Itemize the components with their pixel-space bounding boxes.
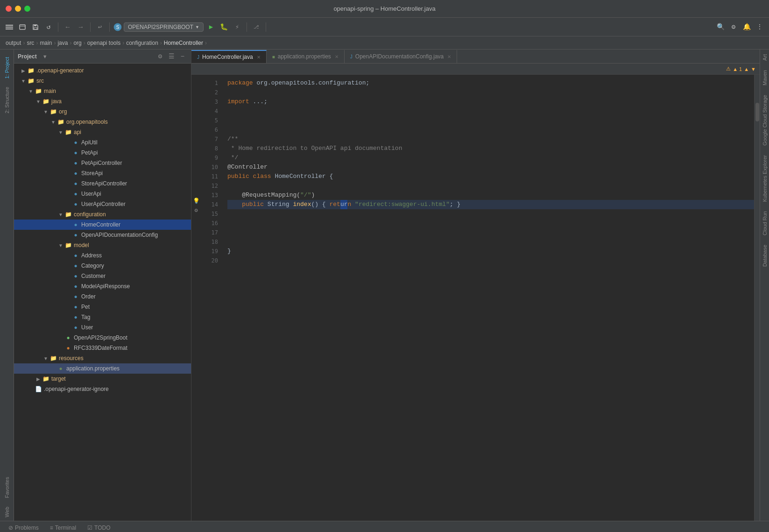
right-tab-maven[interactable]: Maven xyxy=(760,65,769,90)
settings-button[interactable]: ⚙ xyxy=(728,21,739,33)
code-content[interactable]: package org.openapitools.configuration; … xyxy=(222,75,754,521)
code-line-10: @Controller xyxy=(227,163,754,172)
tree-item-resources[interactable]: ▼ 📁 resources xyxy=(14,353,191,363)
nav-forward-button[interactable]: → xyxy=(75,21,86,33)
tree-item-rfc3339[interactable]: ▶ ● RFC3339DateFormat xyxy=(14,343,191,353)
tree-item-order[interactable]: ▶ ● Order xyxy=(14,291,191,302)
tree-item-address[interactable]: ▶ ● Address xyxy=(14,250,191,261)
svg-rect-0 xyxy=(6,25,13,26)
breadcrumb-configuration[interactable]: configuration xyxy=(126,40,158,46)
breadcrumb-openapitools[interactable]: openapi tools xyxy=(87,40,120,46)
sidebar-item-project[interactable]: 1: Project xyxy=(1,53,13,82)
refresh-button[interactable]: ↺ xyxy=(43,21,54,33)
tree-item-petapicontroller[interactable]: ▶ ● PetApiController xyxy=(14,158,191,168)
tree-item-target[interactable]: ▶ 📁 target xyxy=(14,374,191,384)
tree-item-openapidocconfig[interactable]: ▶ ● OpenAPIDocumentationConfig xyxy=(14,230,191,240)
tree-item-openapi-generator[interactable]: ▶ 📁 .openapi-generator xyxy=(14,65,191,76)
save-button[interactable] xyxy=(30,21,41,33)
tree-item-petapi[interactable]: ▶ ● PetApi xyxy=(14,148,191,158)
right-tab-gcs[interactable]: Google Cloud Storage xyxy=(760,90,769,150)
svg-rect-2 xyxy=(6,28,13,29)
tree-item-src[interactable]: ▼ 📁 src xyxy=(14,76,191,86)
tab-close-homecontroller[interactable]: ✕ xyxy=(257,55,261,60)
toolbar: ↺ ← → ↩ S OPENAPI2SPRINGBOOT ▼ ▶ 🐛 ⚡ ⎇ 🔍… xyxy=(0,18,769,36)
tree-item-homecontroller[interactable]: ▶ ● HomeController xyxy=(14,220,191,230)
bottom-tabs-bar: ⊘ Problems ≡ Terminal ☑ TODO xyxy=(0,521,769,532)
tab-close-openapidocconfig[interactable]: ✕ xyxy=(447,54,451,59)
tree-item-main[interactable]: ▼ 📁 main xyxy=(14,86,191,96)
tab-terminal[interactable]: ≡ Terminal xyxy=(45,522,81,532)
tree-item-application-properties[interactable]: ▶ ● application.properties xyxy=(14,363,191,374)
right-tab-art[interactable]: Art xyxy=(760,50,769,65)
tree-item-storeapicontroller[interactable]: ▶ ● StoreApiController xyxy=(14,178,191,189)
debug-button[interactable]: 🐛 xyxy=(219,21,230,33)
breadcrumb-main[interactable]: main xyxy=(40,40,52,46)
right-tab-database[interactable]: Database xyxy=(760,240,769,271)
tree-item-model[interactable]: ▼ 📁 model xyxy=(14,240,191,250)
sidebar-item-structure[interactable]: 2: Structure xyxy=(1,83,13,117)
menu-button[interactable] xyxy=(4,21,15,33)
tree-item-apiutil[interactable]: ▶ ● ApiUtil xyxy=(14,137,191,148)
tree-item-storeapi[interactable]: ▶ ● StoreApi xyxy=(14,168,191,178)
code-line-3: import ...; xyxy=(227,97,754,106)
tab-homecontroller[interactable]: J HomeController.java ✕ xyxy=(191,50,267,63)
sidebar-item-web[interactable]: Web xyxy=(1,503,13,521)
tab-close-appprops[interactable]: ✕ xyxy=(335,54,339,59)
tab-application-properties[interactable]: ■ application.properties ✕ xyxy=(267,50,345,63)
warning-indicator[interactable]: ⚠ ▲ 1 ▲ ▼ xyxy=(726,66,756,72)
undo-button[interactable]: ↩ xyxy=(94,21,106,33)
tree-item-api[interactable]: ▼ 📁 api xyxy=(14,127,191,137)
line-numbers: 1 2 3 4 5 6 7 8 9 10 11 12 13 14 15 16 1… xyxy=(201,75,222,521)
notifications-button[interactable]: 🔔 xyxy=(741,21,752,33)
breadcrumb-output[interactable]: output xyxy=(6,40,21,46)
tree-item-tag[interactable]: ▶ ● Tag xyxy=(14,312,191,322)
tab-problems[interactable]: ⊘ Problems xyxy=(4,522,43,532)
chevron-down-icon: ▼ xyxy=(49,118,57,126)
tree-item-user[interactable]: ▶ ● User xyxy=(14,322,191,333)
panel-filter-btn[interactable]: ☰ xyxy=(167,52,176,61)
coverage-button[interactable]: ⚡ xyxy=(232,21,243,33)
close-button[interactable] xyxy=(6,6,12,12)
scrollbar-thumb[interactable] xyxy=(755,103,759,121)
open-button[interactable] xyxy=(17,21,28,33)
tree-item-org[interactable]: ▼ 📁 org xyxy=(14,106,191,117)
search-everywhere-button[interactable]: 🔍 xyxy=(715,21,726,33)
resources-folder-icon: 📁 xyxy=(49,355,57,362)
toolbar-end-button[interactable]: ⋮ xyxy=(754,21,765,33)
java-icon: J xyxy=(350,54,353,59)
code-editor[interactable]: 💡 ⚙ 1 2 3 4 5 6 7 8 9 10 11 12 13 xyxy=(191,75,760,521)
tree-item-openapi-ignore[interactable]: ▶ 📄 .openapi-generator-ignore xyxy=(14,384,191,394)
titlebar: openapi-spring – HomeController.java xyxy=(0,0,769,18)
tree-item-pet[interactable]: ▶ ● Pet xyxy=(14,302,191,312)
tree-item-configuration[interactable]: ▼ 📁 configuration xyxy=(14,209,191,220)
tree-item-modelapiresponse[interactable]: ▶ ● ModelApiResponse xyxy=(14,281,191,291)
nav-back-button[interactable]: ← xyxy=(62,21,73,33)
maximize-button[interactable] xyxy=(24,6,30,12)
folder-icon: 📁 xyxy=(64,128,72,136)
vcs-button[interactable]: ⎇ xyxy=(251,21,262,33)
tree-item-userapi[interactable]: ▶ ● UserApi xyxy=(14,189,191,199)
panel-collapse-btn[interactable]: − xyxy=(178,52,187,61)
right-tab-cloudrun[interactable]: Cloud Run xyxy=(760,206,769,240)
tab-openapidocconfig[interactable]: J OpenAPIDocumentationConfig.java ✕ xyxy=(345,50,457,63)
sidebar-item-favorites[interactable]: Favorites xyxy=(1,473,13,502)
tree-item-category[interactable]: ▶ ● Category xyxy=(14,261,191,271)
panel-settings-btn[interactable]: ⚙ xyxy=(155,52,165,61)
breadcrumb-src[interactable]: src xyxy=(27,40,34,46)
tree-item-java[interactable]: ▼ 📁 java xyxy=(14,96,191,106)
breadcrumb-homecontroller[interactable]: HomeController xyxy=(164,40,203,46)
folder-icon: 📁 xyxy=(64,241,72,249)
tree-item-userapicontroller[interactable]: ▶ ● UserApiController xyxy=(14,199,191,209)
run-config-selector[interactable]: OPENAPI2SPRINGBOOT ▼ xyxy=(124,22,204,32)
editor-area: J HomeController.java ✕ ■ application.pr… xyxy=(191,50,760,521)
breadcrumb-java[interactable]: java xyxy=(57,40,68,46)
editor-scrollbar[interactable] xyxy=(754,75,760,521)
minimize-button[interactable] xyxy=(15,6,21,12)
tree-item-openapi2springboot[interactable]: ▶ ● OpenAPI2SpringBoot xyxy=(14,333,191,343)
tree-item-org-openapitools[interactable]: ▼ 📁 org.openapitools xyxy=(14,117,191,127)
breadcrumb-org[interactable]: org xyxy=(73,40,81,46)
right-tab-kubernetes[interactable]: Kubernetes Explorer xyxy=(760,150,769,206)
tree-item-customer[interactable]: ▶ ● Customer xyxy=(14,271,191,281)
run-button[interactable]: ▶ xyxy=(205,21,217,33)
tab-todo[interactable]: ☑ TODO xyxy=(83,522,115,532)
